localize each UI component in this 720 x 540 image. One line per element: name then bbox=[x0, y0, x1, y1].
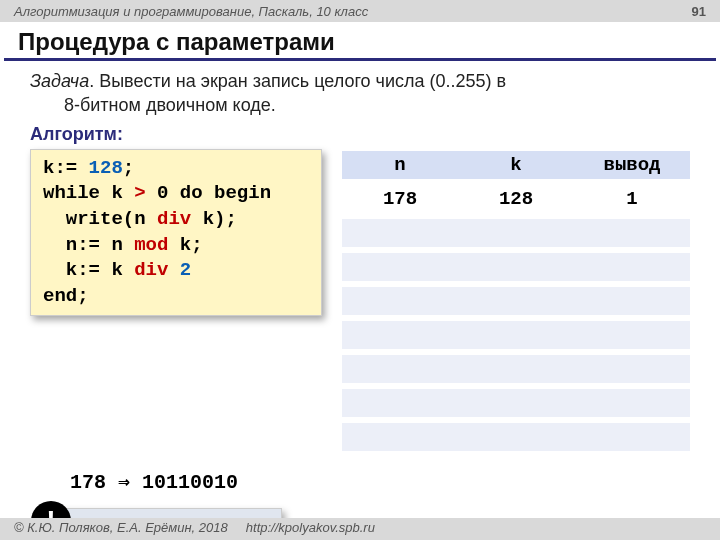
header-bar: Алгоритмизация и программирование, Паска… bbox=[0, 0, 720, 22]
task-line2: 8-битном двоичном коде. bbox=[64, 93, 690, 117]
trace-header: n k вывод bbox=[342, 151, 690, 179]
page-title: Процедура с параметрами bbox=[4, 22, 716, 61]
trace-row-blank bbox=[342, 219, 690, 247]
copyright: © К.Ю. Поляков, Е.А. Ерёмин, 2018 bbox=[14, 520, 228, 535]
task-text: Задача. Вывести на экран запись целого ч… bbox=[30, 69, 690, 118]
footer-url: http://kpolyakov.spb.ru bbox=[246, 520, 375, 535]
col-k: k bbox=[458, 151, 574, 179]
task-line1: . Вывести на экран запись целого числа (… bbox=[89, 71, 506, 91]
cell-out: 1 bbox=[574, 185, 690, 213]
cell-n: 178 bbox=[342, 185, 458, 213]
trace-row-blank bbox=[342, 423, 690, 451]
course-label: Алгоритмизация и программирование, Паска… bbox=[14, 4, 368, 19]
trace-row-blank bbox=[342, 355, 690, 383]
trace-row: 178 128 1 bbox=[342, 185, 690, 213]
trace-row-blank bbox=[342, 287, 690, 315]
trace-table: n k вывод 178 128 1 bbox=[342, 149, 690, 451]
task-label: Задача bbox=[30, 71, 89, 91]
footer-bar: © К.Ю. Поляков, Е.А. Ерёмин, 2018 http:/… bbox=[0, 518, 720, 540]
col-n: n bbox=[342, 151, 458, 179]
content: Задача. Вывести на экран запись целого ч… bbox=[0, 61, 720, 540]
code-block: k:= 128; while k > 0 do begin write(n di… bbox=[30, 149, 322, 317]
trace-row-blank bbox=[342, 253, 690, 281]
trace-row-blank bbox=[342, 389, 690, 417]
algorithm-label: Алгоритм: bbox=[30, 124, 690, 145]
main-row: k:= 128; while k > 0 do begin write(n di… bbox=[30, 149, 690, 451]
col-out: вывод bbox=[574, 151, 690, 179]
cell-k: 128 bbox=[458, 185, 574, 213]
result-line: 178 ⇒ 10110010 bbox=[70, 469, 690, 494]
page-number: 91 bbox=[692, 4, 706, 19]
trace-row-blank bbox=[342, 321, 690, 349]
